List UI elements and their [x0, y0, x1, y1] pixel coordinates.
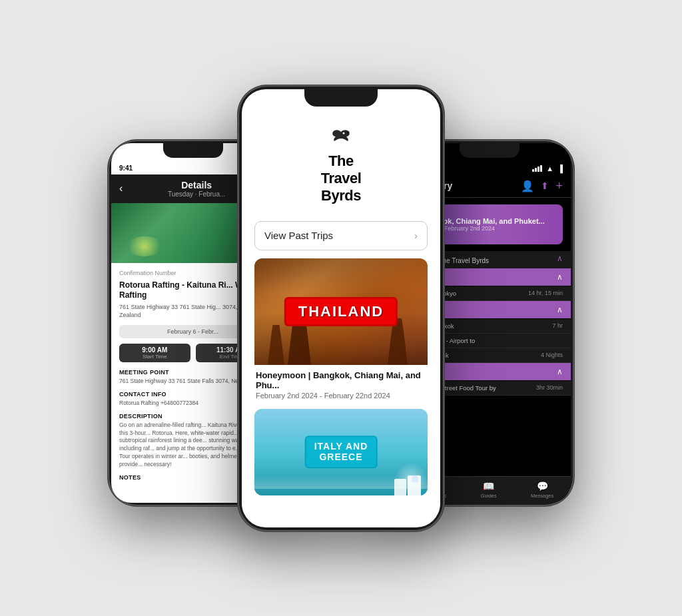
person-icon[interactable]: 👤 — [521, 180, 534, 192]
center-phone: The Travel Byrds View Past Trips › — [238, 85, 444, 531]
messages-label: Messages — [531, 493, 553, 499]
share-icon[interactable]: ⬆ — [541, 180, 549, 191]
phones-container: 9:41 ‹ Details Tuesday · Februa... — [75, 22, 607, 595]
start-time-label: Start Time — [125, 354, 185, 360]
group-3rd-collapse-icon[interactable]: ∧ — [557, 305, 563, 314]
group-2nd-collapse-icon[interactable]: ∧ — [557, 272, 563, 282]
back-button[interactable]: ‹ — [119, 182, 123, 194]
signal-bars-icon — [532, 165, 542, 172]
right-notch — [460, 143, 519, 158]
italy-greece-label: ITALY ANDGREECE — [305, 436, 378, 469]
bird-icon — [328, 127, 354, 151]
start-time: 9:00 AM — [125, 346, 185, 354]
guides-icon: 📖 — [483, 481, 494, 491]
trips-list: THAILAND Honeymoon | Bangkok, Chiang Mai… — [254, 258, 428, 527]
right-nav-icons: 👤 ⬆ + — [521, 179, 563, 193]
thailand-trip-card[interactable]: THAILAND Honeymoon | Bangkok, Chiang Mai… — [254, 258, 428, 402]
thailand-trip-title: Honeymoon | Bangkok, Chiang Mai, and Phu… — [256, 370, 426, 390]
item-bkk-flight-duration: 7 hr — [552, 322, 563, 329]
left-time: 9:41 — [119, 164, 133, 172]
messages-icon: 💬 — [537, 481, 548, 491]
thailand-trip-dates: February 2nd 2024 - February 22nd 2024 — [256, 392, 426, 400]
group-4th-collapse-icon[interactable]: ∧ — [557, 367, 563, 376]
thailand-trip-info: Honeymoon | Bangkok, Chiang Mai, and Phu… — [254, 365, 428, 402]
start-time-box: 9:00 AM Start Time — [119, 344, 190, 362]
confirmation-label: Confirmation Number — [119, 270, 176, 276]
center-notch — [304, 89, 378, 107]
view-past-trips-label: View Past Trips — [264, 230, 333, 241]
chevron-right-icon: › — [414, 230, 418, 241]
item-food-tour-duration: 3hr 30min — [536, 384, 563, 391]
add-icon[interactable]: + — [555, 179, 563, 193]
tab-guides[interactable]: 📖 Guides — [481, 481, 497, 499]
battery-icon: ▐ — [557, 164, 563, 172]
italy-greece-trip-card[interactable]: ITALY ANDGREECE — [254, 409, 428, 495]
guides-label: Guides — [481, 493, 497, 499]
logo-section: The Travel Byrds — [321, 113, 362, 216]
center-phone-screen: The Travel Byrds View Past Trips › — [242, 89, 440, 527]
logo-text: The Travel Byrds — [321, 153, 362, 205]
item-hotel-bkk-nights: 4 Nights — [541, 352, 563, 358]
thailand-bg-image: THAILAND — [254, 258, 428, 365]
item-boston-tokyo-duration: 14 hr, 15 min — [528, 290, 563, 296]
svg-point-0 — [342, 132, 344, 134]
tips-collapse-icon[interactable]: ∧ — [557, 254, 563, 263]
left-notch — [163, 143, 223, 158]
italy-greece-bg-image: ITALY ANDGREECE — [254, 409, 428, 495]
view-past-trips-button[interactable]: View Past Trips › — [254, 221, 428, 250]
wifi-icon: ▲ — [546, 164, 553, 172]
thailand-label: THAILAND — [284, 297, 398, 326]
center-content: The Travel Byrds View Past Trips › — [242, 89, 440, 527]
tab-messages[interactable]: 💬 Messages — [531, 481, 553, 499]
